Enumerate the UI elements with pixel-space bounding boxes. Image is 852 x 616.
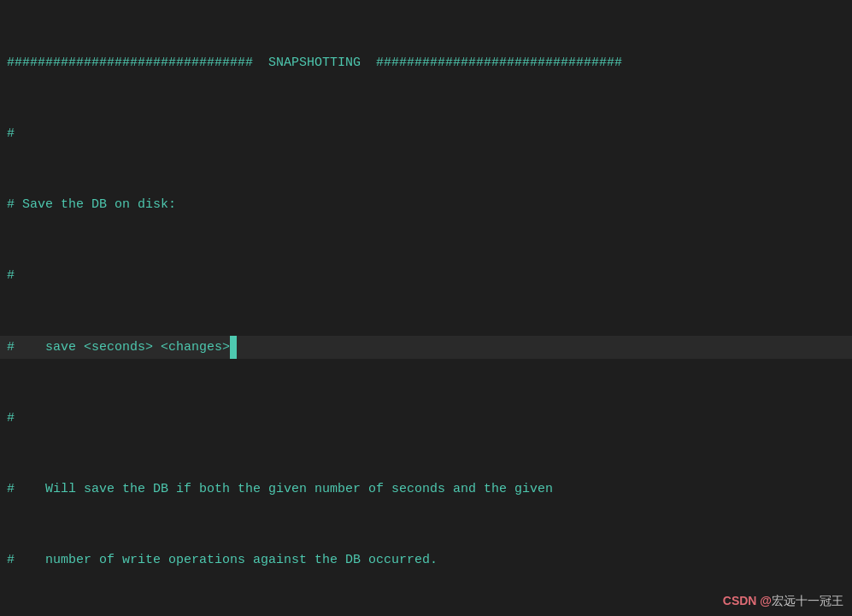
line-4: # (0, 264, 852, 288)
line-1: ################################ SNAPSHO… (0, 51, 852, 75)
text-cursor (230, 336, 237, 360)
code-editor: ################################ SNAPSHO… (0, 0, 852, 616)
branding-author: 宏远十一冠王 (772, 594, 843, 607)
line-3: # Save the DB on disk: (0, 193, 852, 217)
line-5: # save <seconds> <changes> (0, 336, 852, 360)
line-2: # (0, 122, 852, 146)
branding-csdn: CSDN @ (723, 594, 772, 607)
line-7: # Will save the DB if both the given num… (0, 478, 852, 502)
branding: CSDN @宏远十一冠王 (723, 594, 843, 609)
line-8: # number of write operations against the… (0, 549, 852, 572)
line-6: # (0, 407, 852, 431)
